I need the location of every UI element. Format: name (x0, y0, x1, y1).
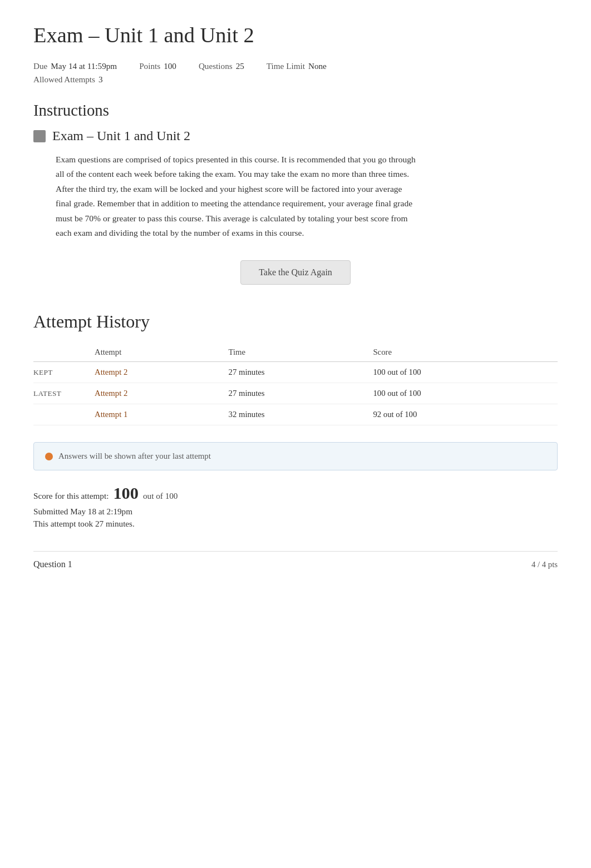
attempt-history-table: Attempt Time Score KEPTAttempt 227 minut… (33, 343, 558, 425)
instructions-section: Instructions Exam – Unit 1 and Unit 2 Ex… (33, 101, 558, 240)
attempt-history-title: Attempt History (33, 311, 558, 332)
score-value: 100 (113, 484, 139, 503)
score-main-row: Score for this attempt: 100 out of 100 (33, 484, 558, 503)
info-box: Answers will be shown after your last at… (33, 442, 558, 470)
points-meta: Points 100 (139, 61, 176, 71)
attempt-row-attempt[interactable]: Attempt 1 (95, 404, 229, 425)
submitted-text: Submitted May 18 at 2:19pm (33, 507, 132, 516)
col-header-time: Time (229, 343, 373, 362)
took-text: This attempt took 27 minutes. (33, 519, 135, 528)
attempt-row-label: KEPT (33, 362, 95, 383)
question-1-pts: 4 / 4 pts (531, 560, 558, 569)
attempt-row-time: 27 minutes (229, 362, 373, 383)
attempt-row-attempt[interactable]: Attempt 2 (95, 383, 229, 404)
document-icon (33, 130, 46, 142)
attempt-row-label: LATEST (33, 383, 95, 404)
meta-row-1: Due May 14 at 11:59pm Points 100 Questio… (33, 61, 558, 71)
due-value: May 14 at 11:59pm (51, 61, 117, 71)
instructions-body: Exam questions are comprised of topics p… (56, 152, 417, 240)
info-box-row: Answers will be shown after your last at… (45, 452, 546, 461)
question-1-title: Question 1 (33, 559, 72, 569)
questions-label: Questions (199, 61, 233, 71)
allowed-value: 3 (98, 75, 103, 85)
score-label: Score for this attempt: (33, 491, 109, 501)
time-limit-value: None (308, 61, 327, 71)
col-header-label (33, 343, 95, 362)
due-meta: Due May 14 at 11:59pm (33, 61, 117, 71)
attempt-row-time: 32 minutes (229, 404, 373, 425)
score-outof: out of 100 (143, 491, 178, 501)
due-label: Due (33, 61, 47, 71)
col-header-attempt: Attempt (95, 343, 229, 362)
time-limit-label: Time Limit (267, 61, 305, 71)
table-row: LATESTAttempt 227 minutes100 out of 100 (33, 383, 558, 404)
points-label: Points (139, 61, 160, 71)
instructions-heading-text: Exam – Unit 1 and Unit 2 (52, 128, 190, 143)
attempt-row-score: 92 out of 100 (373, 404, 558, 425)
table-row: Attempt 132 minutes92 out of 100 (33, 404, 558, 425)
table-header-row: Attempt Time Score (33, 343, 558, 362)
points-value: 100 (164, 61, 176, 71)
quiz-button-container: Take the Quiz Again (33, 260, 558, 285)
info-icon (45, 453, 53, 460)
attempt-row-attempt[interactable]: Attempt 2 (95, 362, 229, 383)
time-limit-meta: Time Limit None (267, 61, 327, 71)
take-quiz-button[interactable]: Take the Quiz Again (240, 260, 351, 285)
col-header-score: Score (373, 343, 558, 362)
questions-value: 25 (236, 61, 244, 71)
score-section: Score for this attempt: 100 out of 100 S… (33, 484, 558, 551)
table-row: KEPTAttempt 227 minutes100 out of 100 (33, 362, 558, 383)
questions-meta: Questions 25 (199, 61, 244, 71)
instructions-section-title: Instructions (33, 101, 558, 120)
attempt-row-score: 100 out of 100 (373, 383, 558, 404)
attempt-row-time: 27 minutes (229, 383, 373, 404)
page-title: Exam – Unit 1 and Unit 2 (33, 22, 558, 48)
attempt-row-score: 100 out of 100 (373, 362, 558, 383)
attempt-row-label (33, 404, 95, 425)
instructions-text: Exam questions are comprised of topics p… (56, 152, 417, 240)
submitted-row: Submitted May 18 at 2:19pm (33, 507, 558, 517)
info-box-text: Answers will be shown after your last at… (58, 452, 211, 461)
instructions-heading: Exam – Unit 1 and Unit 2 (33, 128, 558, 143)
question-1-header: Question 1 4 / 4 pts (33, 551, 558, 577)
took-row: This attempt took 27 minutes. (33, 519, 558, 529)
meta-row-2: Allowed Attempts 3 (33, 75, 558, 85)
allowed-label: Allowed Attempts (33, 75, 95, 85)
